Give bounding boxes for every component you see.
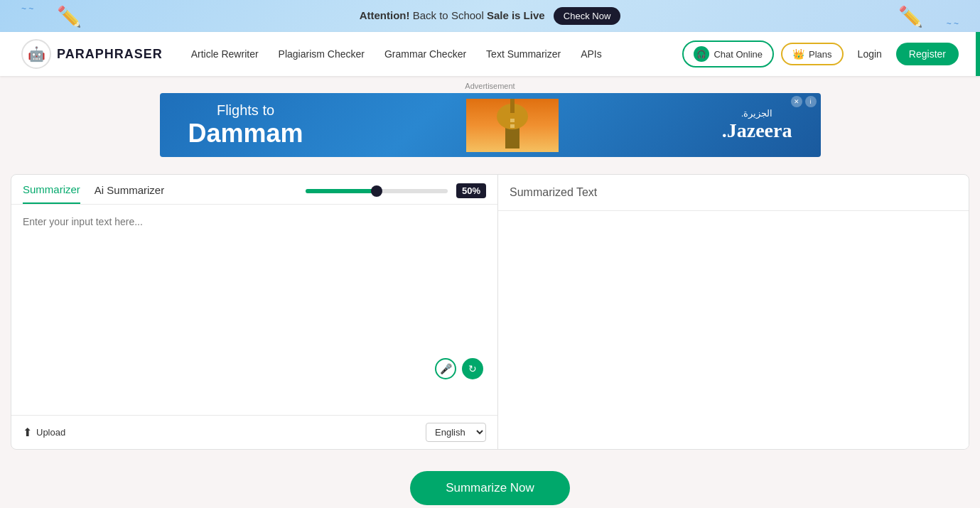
- nav-plagiarism-checker[interactable]: Plagiarism Checker: [279, 48, 365, 60]
- top-banner: ~ ~ ✏️ Attention! Back to School Sale is…: [0, 0, 980, 32]
- ad-banner-top: ✕ i Flights to Dammam: [160, 93, 821, 157]
- logo-icon: 🤖: [21, 39, 51, 69]
- input-icons: 🎤 ↻: [435, 358, 483, 379]
- right-panel-header: Summarized Text: [498, 175, 969, 211]
- banner-text: Attention! Back to School Sale is Live: [360, 9, 548, 21]
- tab-bar: Summarizer Ai Summarizer 50%: [11, 175, 497, 205]
- svg-rect-5: [510, 124, 515, 128]
- ad-section-top: Advertisement ✕ i Flights to Dammam: [0, 76, 980, 160]
- ad-close-button[interactable]: ✕: [791, 96, 802, 107]
- pencil-left-icon: ✏️: [57, 4, 82, 28]
- login-button[interactable]: Login: [851, 44, 889, 64]
- summarize-button[interactable]: Summarize Now: [410, 471, 570, 505]
- slider-thumb[interactable]: [371, 185, 382, 197]
- check-now-button[interactable]: Check Now: [554, 7, 620, 25]
- mic-icon[interactable]: 🎤: [435, 358, 456, 379]
- right-panel: Summarized Text: [498, 175, 969, 449]
- svg-rect-4: [510, 119, 515, 122]
- right-panel-content: [498, 211, 969, 449]
- svg-rect-3: [510, 99, 515, 113]
- nav-links: Article Rewriter Plagiarism Checker Gram…: [191, 48, 683, 60]
- logo-text: PARAPHRASER: [57, 47, 163, 62]
- bottom-bar: ⬆ Upload English Spanish French: [11, 415, 497, 449]
- plans-button[interactable]: 👑 Plans: [781, 43, 844, 65]
- nav-text-summarizer[interactable]: Text Summarizer: [486, 48, 561, 60]
- chat-online-button[interactable]: 🎧 Chat Online: [682, 40, 774, 67]
- navbar: 🤖 PARAPHRASER Article Rewriter Plagiaris…: [0, 32, 980, 76]
- deco-lines-left: ~ ~: [21, 4, 33, 13]
- nav-actions: 🎧 Chat Online 👑 Plans Login Register: [682, 40, 959, 67]
- nav-apis[interactable]: APIs: [581, 48, 602, 60]
- upload-button[interactable]: ⬆ Upload: [23, 426, 65, 439]
- ad-content: Flights to Dammam: [160, 99, 821, 152]
- text-input[interactable]: [23, 216, 486, 401]
- refresh-icon[interactable]: ↻: [462, 358, 483, 379]
- nav-grammar-checker[interactable]: Grammar Checker: [384, 48, 466, 60]
- ad-close-area: ✕ i: [791, 96, 817, 107]
- left-panel: Summarizer Ai Summarizer 50% 🎤 ↻ ⬆ Uploa…: [11, 175, 498, 449]
- nav-right-border: [976, 32, 980, 76]
- nav-article-rewriter[interactable]: Article Rewriter: [191, 48, 259, 60]
- text-input-area: 🎤 ↻: [11, 205, 497, 415]
- tab-summarizer[interactable]: Summarizer: [23, 183, 80, 204]
- ad-info-button[interactable]: i: [805, 96, 817, 107]
- slider-value: 50%: [456, 183, 486, 198]
- register-button[interactable]: Register: [896, 43, 959, 65]
- logo-area: 🤖 PARAPHRASER: [21, 39, 163, 69]
- tab-ai-summarizer[interactable]: Ai Summarizer: [95, 184, 164, 203]
- ad-text-right: الجزيرة. Jazeera.: [722, 108, 792, 142]
- upload-icon: ⬆: [23, 426, 32, 439]
- crown-icon: 👑: [792, 48, 804, 60]
- pencil-right-icon: ✏️: [898, 4, 923, 28]
- slider-area: 50%: [306, 183, 486, 204]
- ad-label-top: Advertisement: [0, 82, 980, 90]
- main-tool-area: Summarizer Ai Summarizer 50% 🎤 ↻ ⬆ Uploa…: [11, 174, 969, 450]
- ad-tower-svg: [466, 99, 559, 152]
- chat-headset-icon: 🎧: [694, 46, 709, 62]
- deco-lines-right: ~ ~: [947, 18, 959, 28]
- summarize-section: Summarize Now: [0, 457, 980, 508]
- slider-fill: [306, 189, 377, 193]
- language-select[interactable]: English Spanish French: [426, 423, 486, 442]
- slider-track[interactable]: [306, 189, 448, 193]
- ad-text-left: Flights to Dammam: [188, 102, 303, 148]
